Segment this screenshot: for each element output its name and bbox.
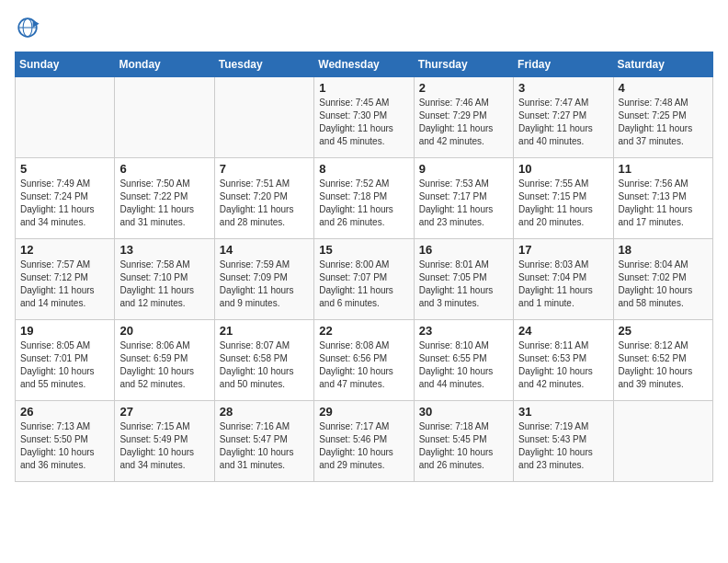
page-header xyxy=(15,15,713,40)
cell-info: Sunrise: 8:04 AM Sunset: 7:02 PM Dayligh… xyxy=(619,259,708,310)
cell-info: Sunrise: 7:46 AM Sunset: 7:29 PM Dayligh… xyxy=(419,97,508,148)
week-row-3: 12Sunrise: 7:57 AM Sunset: 7:12 PM Dayli… xyxy=(16,239,713,320)
calendar-cell: 28Sunrise: 7:16 AM Sunset: 5:47 PM Dayli… xyxy=(214,401,313,482)
day-number: 27 xyxy=(119,405,209,419)
calendar-cell: 21Sunrise: 8:07 AM Sunset: 6:58 PM Dayli… xyxy=(214,320,313,401)
calendar-cell: 4Sunrise: 7:48 AM Sunset: 7:25 PM Daylig… xyxy=(613,77,712,158)
day-number: 3 xyxy=(518,81,608,95)
day-number: 12 xyxy=(20,243,109,257)
calendar-cell: 8Sunrise: 7:52 AM Sunset: 7:18 PM Daylig… xyxy=(314,158,414,239)
day-number: 21 xyxy=(220,324,309,338)
cell-info: Sunrise: 8:07 AM Sunset: 6:58 PM Dayligh… xyxy=(220,339,309,391)
calendar-cell: 15Sunrise: 8:00 AM Sunset: 7:07 PM Dayli… xyxy=(314,239,414,320)
week-row-4: 19Sunrise: 8:05 AM Sunset: 7:01 PM Dayli… xyxy=(16,320,713,401)
cell-info: Sunrise: 7:50 AM Sunset: 7:22 PM Dayligh… xyxy=(119,178,209,229)
day-number: 19 xyxy=(20,324,109,338)
day-number: 31 xyxy=(518,405,608,419)
calendar-cell: 18Sunrise: 8:04 AM Sunset: 7:02 PM Dayli… xyxy=(613,239,712,320)
calendar-cell: 24Sunrise: 8:11 AM Sunset: 6:53 PM Dayli… xyxy=(514,320,613,401)
day-number: 20 xyxy=(119,324,209,338)
cell-info: Sunrise: 7:59 AM Sunset: 7:09 PM Dayligh… xyxy=(220,259,309,310)
calendar-cell: 5Sunrise: 7:49 AM Sunset: 7:24 PM Daylig… xyxy=(16,158,115,239)
day-number: 22 xyxy=(319,324,408,338)
cell-info: Sunrise: 7:57 AM Sunset: 7:12 PM Dayligh… xyxy=(20,259,109,310)
day-number: 16 xyxy=(419,243,508,257)
header-day-tuesday: Tuesday xyxy=(214,52,313,77)
calendar-cell xyxy=(16,77,115,158)
logo-icon xyxy=(15,15,40,40)
day-number: 29 xyxy=(319,405,408,419)
cell-info: Sunrise: 7:58 AM Sunset: 7:10 PM Dayligh… xyxy=(119,259,209,310)
cell-info: Sunrise: 7:52 AM Sunset: 7:18 PM Dayligh… xyxy=(319,178,408,229)
cell-info: Sunrise: 8:01 AM Sunset: 7:05 PM Dayligh… xyxy=(419,259,508,310)
calendar-cell: 26Sunrise: 7:13 AM Sunset: 5:50 PM Dayli… xyxy=(16,401,115,482)
day-number: 1 xyxy=(319,81,408,95)
header-day-wednesday: Wednesday xyxy=(314,52,414,77)
cell-info: Sunrise: 7:53 AM Sunset: 7:17 PM Dayligh… xyxy=(419,178,508,229)
calendar-cell xyxy=(613,401,712,482)
day-number: 9 xyxy=(419,162,508,176)
day-number: 24 xyxy=(518,324,608,338)
calendar-cell: 29Sunrise: 7:17 AM Sunset: 5:46 PM Dayli… xyxy=(314,401,414,482)
day-number: 7 xyxy=(220,162,309,176)
calendar-cell xyxy=(214,77,313,158)
day-number: 26 xyxy=(20,405,109,419)
cell-info: Sunrise: 8:05 AM Sunset: 7:01 PM Dayligh… xyxy=(20,339,109,391)
day-number: 13 xyxy=(119,243,209,257)
day-number: 14 xyxy=(220,243,309,257)
header-day-saturday: Saturday xyxy=(613,52,712,77)
calendar-cell: 7Sunrise: 7:51 AM Sunset: 7:20 PM Daylig… xyxy=(214,158,313,239)
day-number: 4 xyxy=(619,81,708,95)
cell-info: Sunrise: 7:45 AM Sunset: 7:30 PM Dayligh… xyxy=(319,97,408,148)
calendar-cell: 13Sunrise: 7:58 AM Sunset: 7:10 PM Dayli… xyxy=(115,239,214,320)
calendar-cell: 1Sunrise: 7:45 AM Sunset: 7:30 PM Daylig… xyxy=(314,77,414,158)
header-day-thursday: Thursday xyxy=(414,52,513,77)
header-day-friday: Friday xyxy=(514,52,613,77)
calendar-cell: 14Sunrise: 7:59 AM Sunset: 7:09 PM Dayli… xyxy=(214,239,313,320)
cell-info: Sunrise: 7:48 AM Sunset: 7:25 PM Dayligh… xyxy=(619,97,708,148)
cell-info: Sunrise: 7:47 AM Sunset: 7:27 PM Dayligh… xyxy=(518,97,608,148)
calendar-cell: 23Sunrise: 8:10 AM Sunset: 6:55 PM Dayli… xyxy=(414,320,513,401)
cell-info: Sunrise: 7:19 AM Sunset: 5:43 PM Dayligh… xyxy=(518,420,608,472)
calendar-cell: 17Sunrise: 8:03 AM Sunset: 7:04 PM Dayli… xyxy=(514,239,613,320)
day-number: 17 xyxy=(518,243,608,257)
calendar-cell: 9Sunrise: 7:53 AM Sunset: 7:17 PM Daylig… xyxy=(414,158,513,239)
cell-info: Sunrise: 8:12 AM Sunset: 6:52 PM Dayligh… xyxy=(619,339,708,391)
cell-info: Sunrise: 7:16 AM Sunset: 5:47 PM Dayligh… xyxy=(220,420,309,472)
calendar-cell xyxy=(115,77,214,158)
calendar-cell: 30Sunrise: 7:18 AM Sunset: 5:45 PM Dayli… xyxy=(414,401,513,482)
cell-info: Sunrise: 8:11 AM Sunset: 6:53 PM Dayligh… xyxy=(518,339,608,391)
cell-info: Sunrise: 7:15 AM Sunset: 5:49 PM Dayligh… xyxy=(119,420,209,472)
day-number: 11 xyxy=(619,162,708,176)
day-number: 2 xyxy=(419,81,508,95)
calendar-cell: 22Sunrise: 8:08 AM Sunset: 6:56 PM Dayli… xyxy=(314,320,414,401)
week-row-1: 1Sunrise: 7:45 AM Sunset: 7:30 PM Daylig… xyxy=(16,77,713,158)
calendar-cell: 19Sunrise: 8:05 AM Sunset: 7:01 PM Dayli… xyxy=(16,320,115,401)
cell-info: Sunrise: 7:55 AM Sunset: 7:15 PM Dayligh… xyxy=(518,178,608,229)
day-number: 28 xyxy=(220,405,309,419)
cell-info: Sunrise: 7:18 AM Sunset: 5:45 PM Dayligh… xyxy=(419,420,508,472)
cell-info: Sunrise: 7:56 AM Sunset: 7:13 PM Dayligh… xyxy=(619,178,708,229)
cell-info: Sunrise: 8:00 AM Sunset: 7:07 PM Dayligh… xyxy=(319,259,408,310)
calendar-cell: 27Sunrise: 7:15 AM Sunset: 5:49 PM Dayli… xyxy=(115,401,214,482)
cell-info: Sunrise: 7:17 AM Sunset: 5:46 PM Dayligh… xyxy=(319,420,408,472)
cell-info: Sunrise: 7:13 AM Sunset: 5:50 PM Dayligh… xyxy=(20,420,109,472)
day-number: 18 xyxy=(619,243,708,257)
calendar-cell: 20Sunrise: 8:06 AM Sunset: 6:59 PM Dayli… xyxy=(115,320,214,401)
day-number: 25 xyxy=(619,324,708,338)
calendar-cell: 25Sunrise: 8:12 AM Sunset: 6:52 PM Dayli… xyxy=(613,320,712,401)
day-number: 23 xyxy=(419,324,508,338)
header-day-sunday: Sunday xyxy=(16,52,115,77)
calendar-cell: 16Sunrise: 8:01 AM Sunset: 7:05 PM Dayli… xyxy=(414,239,513,320)
calendar-cell: 2Sunrise: 7:46 AM Sunset: 7:29 PM Daylig… xyxy=(414,77,513,158)
day-number: 30 xyxy=(419,405,508,419)
day-number: 5 xyxy=(20,162,109,176)
day-number: 10 xyxy=(518,162,608,176)
calendar-cell: 10Sunrise: 7:55 AM Sunset: 7:15 PM Dayli… xyxy=(514,158,613,239)
day-number: 8 xyxy=(319,162,408,176)
calendar-body: 1Sunrise: 7:45 AM Sunset: 7:30 PM Daylig… xyxy=(16,77,713,482)
calendar-table: SundayMondayTuesdayWednesdayThursdayFrid… xyxy=(15,52,713,482)
header-day-monday: Monday xyxy=(115,52,214,77)
header-row: SundayMondayTuesdayWednesdayThursdayFrid… xyxy=(16,52,713,77)
cell-info: Sunrise: 7:49 AM Sunset: 7:24 PM Dayligh… xyxy=(20,178,109,229)
